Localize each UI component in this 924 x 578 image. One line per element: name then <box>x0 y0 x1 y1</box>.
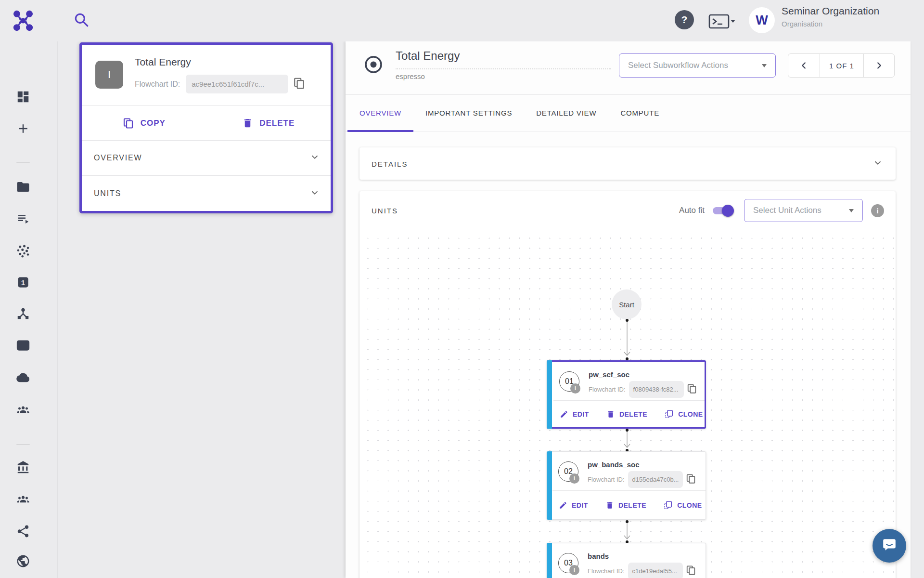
unit-type-color-bar <box>547 360 552 429</box>
copy-id-icon[interactable] <box>293 77 306 92</box>
dashboard-icon[interactable] <box>16 90 30 104</box>
dropdown-caret-icon <box>849 209 854 215</box>
tab-detailed-view[interactable]: DETAILED VIEW <box>524 94 608 131</box>
copy-id-icon[interactable] <box>687 383 697 396</box>
group-icon[interactable] <box>16 492 30 507</box>
unit-flowchart-id: c1de19edaf55... <box>628 563 683 578</box>
unit-type-color-bar <box>547 451 552 520</box>
org-avatar[interactable]: W <box>749 7 775 33</box>
unit-badge: I <box>570 383 580 394</box>
pager-count: 1 OF 1 <box>820 54 864 77</box>
unit-actions: EDIT DELETE CLONE <box>559 491 703 519</box>
toggle-knob <box>722 205 734 217</box>
workflow-list-icon[interactable] <box>16 211 30 226</box>
workflow-id-row: Flowchart ID: ac9ee1c651f61cdf7c... <box>135 75 306 93</box>
brand-logo-icon[interactable] <box>12 9 35 32</box>
delete-workflow-button[interactable]: DELETE <box>206 106 331 140</box>
pager-next-button[interactable] <box>863 54 894 77</box>
unit-name: bands <box>588 552 609 560</box>
flow-connector <box>623 318 631 361</box>
copy-id-icon[interactable] <box>686 565 696 578</box>
badge-one-icon[interactable]: 1 <box>16 275 30 289</box>
flowchart-id-label: Flowchart ID: <box>135 80 180 89</box>
chevron-down-icon <box>309 187 320 200</box>
chat-button[interactable] <box>873 529 906 563</box>
svg-text:1: 1 <box>21 278 25 287</box>
cloud-upload-icon[interactable] <box>16 370 30 385</box>
clone-unit-button[interactable]: CLONE <box>664 500 702 510</box>
panel-divider <box>57 41 58 578</box>
unit-flowchart-id: d155eda47c0b... <box>628 471 683 488</box>
search-icon[interactable] <box>73 12 90 28</box>
unit-badge: I <box>569 565 579 575</box>
details-accordion[interactable]: DETAILS <box>359 147 896 180</box>
unit-type-color-bar <box>547 543 552 578</box>
unit-name: pw_scf_soc <box>589 370 629 379</box>
globe-icon[interactable] <box>16 554 30 568</box>
folder-icon[interactable] <box>16 180 30 194</box>
selected-workflow-card: I Total Energy Flowchart ID: ac9ee1c651f… <box>79 42 333 213</box>
terminal-dropdown-icon[interactable] <box>708 13 736 30</box>
image-icon[interactable] <box>16 338 30 353</box>
start-node: Start <box>612 289 642 319</box>
tab-important-settings[interactable]: IMPORTANT SETTINGS <box>413 94 524 131</box>
cluster-icon[interactable] <box>16 244 30 258</box>
bank-icon[interactable] <box>16 460 30 475</box>
info-icon[interactable]: i <box>871 204 884 217</box>
main-tabs: OVERVIEW IMPORTANT SETTINGS DETAILED VIE… <box>346 94 911 132</box>
org-name: Seminar Organization <box>782 5 879 17</box>
help-icon[interactable]: ? <box>675 10 694 29</box>
edit-unit-button[interactable]: EDIT <box>560 410 589 419</box>
unit-name: pw_bands_soc <box>588 460 640 469</box>
unit-actions-dropdown[interactable]: Select Unit Actions <box>744 199 863 222</box>
edit-unit-button[interactable]: EDIT <box>559 501 588 510</box>
flowchart-id-value: ac9ee1c651f61cdf7c... <box>186 75 288 93</box>
workflow-title: Total Energy <box>135 56 191 68</box>
unit-actions: EDIT DELETE CLONE <box>560 401 702 427</box>
units-header: UNITS Auto fit Select Unit Actions i <box>359 191 896 230</box>
share-icon[interactable] <box>16 524 30 539</box>
unit-id-row: Flowchart ID: d155eda47c0b... <box>588 471 696 488</box>
chevron-down-icon <box>309 152 320 164</box>
delete-unit-button[interactable]: DELETE <box>606 410 647 419</box>
flowchart-hub-icon[interactable] <box>16 306 30 321</box>
app-window: ? W Seminar Organization Organisation <box>0 0 924 578</box>
workflow-actions-row: COPY DELETE <box>82 105 331 140</box>
copy-id-icon[interactable] <box>686 473 696 486</box>
unit-badge: I <box>569 473 579 484</box>
flow-connector <box>623 520 631 543</box>
delete-unit-button[interactable]: DELETE <box>605 501 646 510</box>
top-bar: ? W Seminar Organization Organisation <box>0 0 924 41</box>
accordion-overview[interactable]: OVERVIEW <box>82 140 331 175</box>
plus-icon[interactable] <box>16 121 30 136</box>
unit-node-03[interactable]: 03 I bands Flowchart ID: c1de19edaf55... <box>547 543 706 578</box>
unit-id-row: Flowchart ID: c1de19edaf55... <box>588 563 696 578</box>
copy-workflow-button[interactable]: COPY <box>82 106 206 140</box>
flowchart-canvas[interactable]: Start 01 I pw_scf_soc Flowchart ID: <box>359 230 896 578</box>
unit-node-01[interactable]: 01 I pw_scf_soc Flowchart ID: f0809438-f… <box>547 360 706 429</box>
autofit-label: Auto fit <box>679 206 705 215</box>
subworkflow-actions-dropdown[interactable]: Select Subworkflow Actions <box>619 53 776 78</box>
org-type: Organisation <box>782 20 822 28</box>
unit-flowchart-id: f0809438-fc82... <box>629 381 684 398</box>
autofit-toggle[interactable] <box>713 207 732 214</box>
pager-prev-button[interactable] <box>788 54 820 77</box>
team-icon[interactable] <box>16 403 30 417</box>
main-panel: Total Energy espresso Select Subworkflow… <box>346 41 911 578</box>
workflow-card-header: I Total Energy Flowchart ID: ac9ee1c651f… <box>82 45 331 105</box>
unit-node-02[interactable]: 02 I pw_bands_soc Flowchart ID: d155eda4… <box>547 451 706 520</box>
chat-icon <box>882 537 897 554</box>
clone-unit-button[interactable]: CLONE <box>665 409 703 419</box>
sidebar-divider <box>16 444 30 445</box>
units-section: UNITS Auto fit Select Unit Actions i Sta… <box>359 191 896 578</box>
tab-overview[interactable]: OVERVIEW <box>347 94 413 131</box>
chevron-down-icon <box>873 158 883 170</box>
accordion-units[interactable]: UNITS <box>82 175 331 211</box>
application-subtitle: espresso <box>396 72 425 80</box>
subworkflow-pager: 1 OF 1 <box>788 53 895 78</box>
dropdown-caret-icon <box>762 64 767 70</box>
left-nav-sidebar: 1 <box>0 41 47 578</box>
workflow-avatar: I <box>95 61 123 89</box>
tab-compute[interactable]: COMPUTE <box>608 94 671 131</box>
workflow-target-icon <box>363 54 384 75</box>
